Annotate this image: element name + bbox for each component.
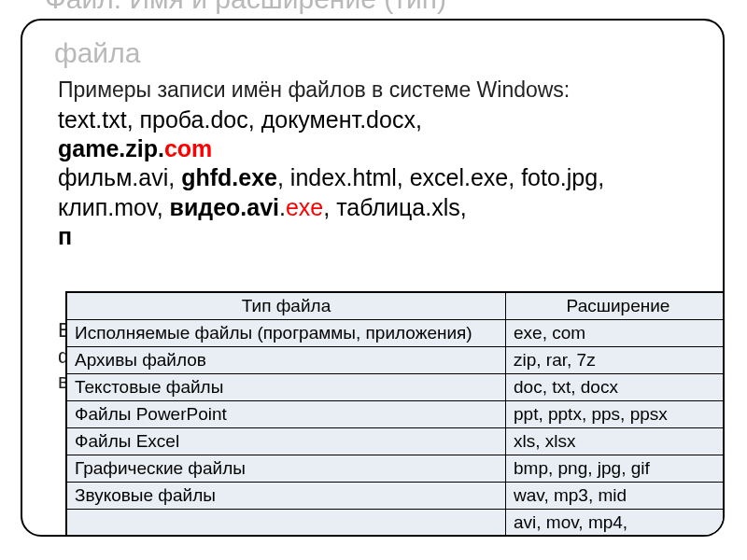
ex-line3a: фильм.avi,: [58, 164, 181, 190]
cell: wav, mp3, mid: [506, 483, 726, 510]
cell: bmp, png, jpg, gif: [506, 455, 726, 483]
table-row: Текстовые файлыdoc, txt, docx: [67, 374, 726, 401]
cell: Графические файлы: [67, 455, 506, 483]
cell: Файлы Excel: [67, 428, 506, 455]
cell: doc, txt, docx: [506, 374, 726, 401]
cell: avi, mov, mp4,: [506, 510, 726, 537]
ex-video-avi: видео.avi: [170, 194, 279, 220]
ex-line3c: , index.html, excel.exe, foto.jpg,: [277, 164, 604, 190]
cell: [67, 510, 506, 537]
ex-game-zip: game.zip.: [58, 135, 164, 161]
ex-ghfd: ghfd.exe: [181, 164, 277, 190]
ex-line4d: , таблица.xls,: [323, 194, 466, 220]
ex-dot: .: [279, 194, 286, 220]
slide-title-line1: Файл. Имя и расширение (тип): [45, 0, 446, 15]
slide-frame: файла Примеры записи имён файлов в систе…: [21, 19, 725, 537]
table-row: Исполняемые файлы (программы, приложения…: [67, 320, 726, 347]
extensions-table: Тип файла Расширение Исполняемые файлы (…: [65, 291, 725, 537]
ex-line1: text.txt, проба.doc, документ.docx,: [58, 106, 422, 133]
ex-line4a: клип.mov,: [58, 194, 170, 220]
th-ext: Расширение: [506, 293, 726, 320]
cell: Архивы файлов: [67, 347, 506, 374]
cell: ppt, pptx, pps, ppsx: [506, 401, 726, 428]
body-text: Примеры записи имён файлов в системе Win…: [58, 77, 697, 251]
slide-title-line2: файла: [54, 37, 140, 69]
cell: Исполняемые файлы (программы, приложения…: [67, 320, 506, 347]
examples: text.txt, проба.doc, документ.docx, game…: [58, 105, 697, 251]
ext-exe-red: exe: [286, 194, 323, 220]
cell: exe, com: [506, 320, 726, 347]
intro-line: Примеры записи имён файлов в системе Win…: [58, 77, 697, 104]
table-row: avi, mov, mp4,: [67, 510, 726, 537]
table-row: Файлы Excelxls, xlsx: [67, 428, 726, 455]
table-row: Файлы PowerPointppt, pptx, pps, ppsx: [67, 401, 726, 428]
ext-com-red: com: [164, 135, 212, 161]
table-header-row: Тип файла Расширение: [67, 293, 726, 320]
cell: Звуковые файлы: [67, 483, 506, 510]
cell: Файлы PowerPoint: [67, 401, 506, 428]
cell: Текстовые файлы: [67, 374, 506, 401]
ex-line5-cut: п: [58, 223, 72, 249]
table-row: Графические файлыbmp, png, jpg, gif: [67, 455, 726, 483]
th-type: Тип файла: [67, 293, 506, 320]
cell: xls, xlsx: [506, 428, 726, 455]
cell: zip, rar, 7z: [506, 347, 726, 374]
table-row: Звуковые файлыwav, mp3, mid: [67, 483, 726, 510]
table-row: Архивы файловzip, rar, 7z: [67, 347, 726, 374]
